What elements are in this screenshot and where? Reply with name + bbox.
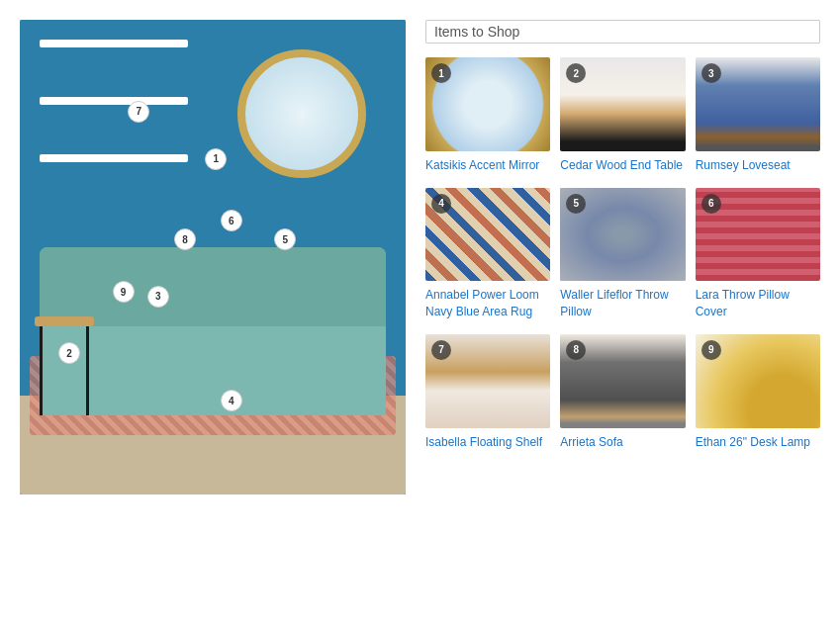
room-mirror bbox=[237, 49, 366, 178]
item-num-1: 1 bbox=[431, 63, 451, 83]
item-name-6: Lara Throw Pillow Cover bbox=[696, 287, 820, 320]
room-end-table bbox=[35, 316, 94, 415]
shop-item-6[interactable]: 6Lara Throw Pillow Cover bbox=[696, 188, 820, 320]
item-name-7: Isabella Floating Shelf bbox=[425, 434, 550, 451]
shop-item-7[interactable]: 7Isabella Floating Shelf bbox=[425, 334, 550, 451]
shop-title: Items to Shop bbox=[425, 20, 820, 44]
item-name-3: Rumsey Loveseat bbox=[696, 157, 820, 174]
item-num-4: 4 bbox=[431, 194, 451, 214]
room-badge-9: 9 bbox=[113, 281, 135, 303]
item-num-6: 6 bbox=[701, 194, 721, 214]
room-image: 123456789 bbox=[20, 20, 406, 494]
item-num-3: 3 bbox=[701, 63, 721, 83]
shop-item-2[interactable]: 2Cedar Wood End Table bbox=[560, 57, 685, 174]
item-name-2: Cedar Wood End Table bbox=[560, 157, 685, 174]
room-badge-1: 1 bbox=[205, 148, 227, 170]
items-grid: 1Katsikis Accent Mirror2Cedar Wood End T… bbox=[425, 57, 820, 450]
shop-item-4[interactable]: 4Annabel Power Loom Navy Blue Area Rug bbox=[425, 188, 550, 320]
room-badge-6: 6 bbox=[221, 210, 242, 231]
room-badge-3: 3 bbox=[147, 286, 169, 308]
item-name-5: Waller Lifeflor Throw Pillow bbox=[560, 287, 685, 320]
item-num-5: 5 bbox=[566, 194, 586, 214]
item-name-1: Katsikis Accent Mirror bbox=[425, 157, 550, 174]
shop-item-1[interactable]: 1Katsikis Accent Mirror bbox=[425, 57, 550, 174]
item-num-7: 7 bbox=[431, 340, 451, 360]
item-name-4: Annabel Power Loom Navy Blue Area Rug bbox=[425, 287, 550, 320]
shop-item-8[interactable]: 8Arrieta Sofa bbox=[560, 334, 685, 451]
shop-panel: Items to Shop 1Katsikis Accent Mirror2Ce… bbox=[425, 20, 820, 609]
shop-item-3[interactable]: 3Rumsey Loveseat bbox=[696, 57, 820, 174]
item-name-8: Arrieta Sofa bbox=[560, 434, 685, 451]
shop-item-5[interactable]: 5Waller Lifeflor Throw Pillow bbox=[560, 188, 685, 320]
shop-item-9[interactable]: 9Ethan 26" Desk Lamp bbox=[696, 334, 820, 451]
room-badge-7: 7 bbox=[128, 101, 149, 123]
item-num-9: 9 bbox=[701, 340, 721, 360]
room-shelves bbox=[40, 40, 188, 212]
item-name-9: Ethan 26" Desk Lamp bbox=[696, 434, 820, 451]
